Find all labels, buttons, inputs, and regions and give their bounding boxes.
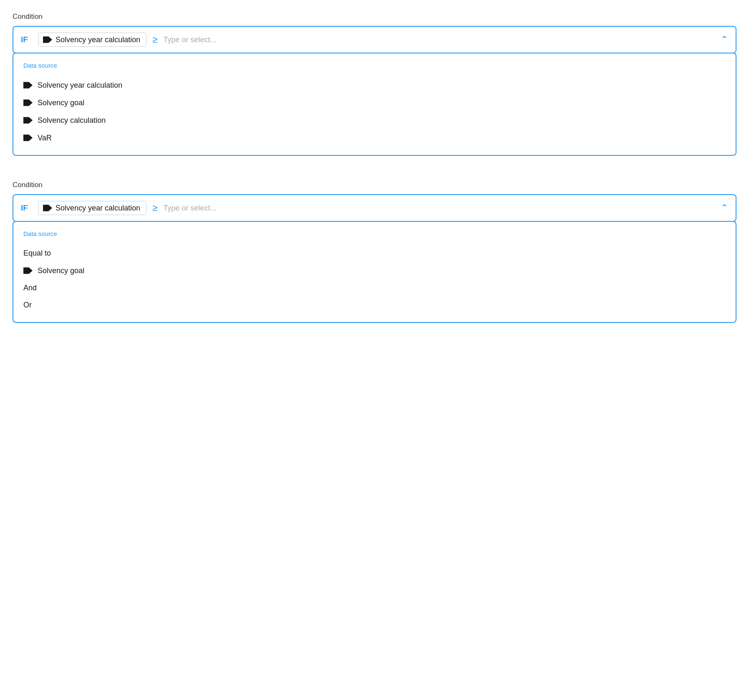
dropdown-header-2: Data source <box>23 230 726 237</box>
item-icon-1-3 <box>23 133 33 142</box>
gte-symbol-1: ≥ <box>152 34 157 45</box>
item-icon-1-0 <box>23 81 33 90</box>
item-label-2-3: Or <box>23 301 32 309</box>
chevron-up-icon-2[interactable]: ⌃ <box>721 203 728 213</box>
item-icon-1-2 <box>23 116 33 125</box>
tag-text-1: Solvency year calculation <box>56 36 140 44</box>
dropdown-item-2-1[interactable]: Solvency goal <box>23 262 726 279</box>
dropdown-panel-1: Data source Solvency year calculation So… <box>13 53 736 156</box>
dropdown-item-1-0[interactable]: Solvency year calculation <box>23 76 726 94</box>
condition-label-2: Condition <box>13 181 736 189</box>
item-label-1-0: Solvency year calculation <box>38 81 122 90</box>
condition-section-2: Condition IF Solvency year calculation ≥… <box>13 181 736 323</box>
item-label-1-2: Solvency calculation <box>38 116 106 125</box>
gte-symbol-2: ≥ <box>152 203 157 213</box>
tag-pill-2[interactable]: Solvency year calculation <box>38 201 147 215</box>
dropdown-item-2-2[interactable]: And <box>23 279 726 297</box>
item-label-2-2: And <box>23 284 37 292</box>
condition-label-1: Condition <box>13 13 736 21</box>
dropdown-item-2-3[interactable]: Or <box>23 297 726 314</box>
item-label-1-3: VaR <box>38 134 52 142</box>
dropdown-panel-2: Data source Equal to Solvency goal And O… <box>13 221 736 323</box>
chevron-up-icon-1[interactable]: ⌃ <box>721 34 728 45</box>
item-icon-1-1 <box>23 98 33 107</box>
dropdown-header-1: Data source <box>23 62 726 69</box>
condition-row-1[interactable]: IF Solvency year calculation ≥ Type or s… <box>13 26 736 53</box>
item-icon-2-1 <box>23 266 33 275</box>
item-label-2-1: Solvency goal <box>38 266 84 275</box>
condition-row-2[interactable]: IF Solvency year calculation ≥ Type or s… <box>13 194 736 222</box>
type-select-1[interactable]: Type or select... <box>163 36 715 44</box>
dropdown-item-1-2[interactable]: Solvency calculation <box>23 112 726 129</box>
type-select-2[interactable]: Type or select... <box>163 204 715 213</box>
tag-pill-1[interactable]: Solvency year calculation <box>38 33 147 47</box>
dropdown-item-2-0[interactable]: Equal to <box>23 245 726 262</box>
condition-section-1: Condition IF Solvency year calculation ≥… <box>13 13 736 156</box>
dropdown-item-1-1[interactable]: Solvency goal <box>23 94 726 112</box>
tag-arrow-icon-2 <box>43 203 52 213</box>
if-label-1: IF <box>21 35 33 44</box>
tag-arrow-icon-1 <box>43 35 52 44</box>
tag-text-2: Solvency year calculation <box>56 204 140 213</box>
dropdown-item-1-3[interactable]: VaR <box>23 129 726 147</box>
item-label-1-1: Solvency goal <box>38 99 84 107</box>
item-label-2-0: Equal to <box>23 249 51 257</box>
if-label-2: IF <box>21 203 33 213</box>
